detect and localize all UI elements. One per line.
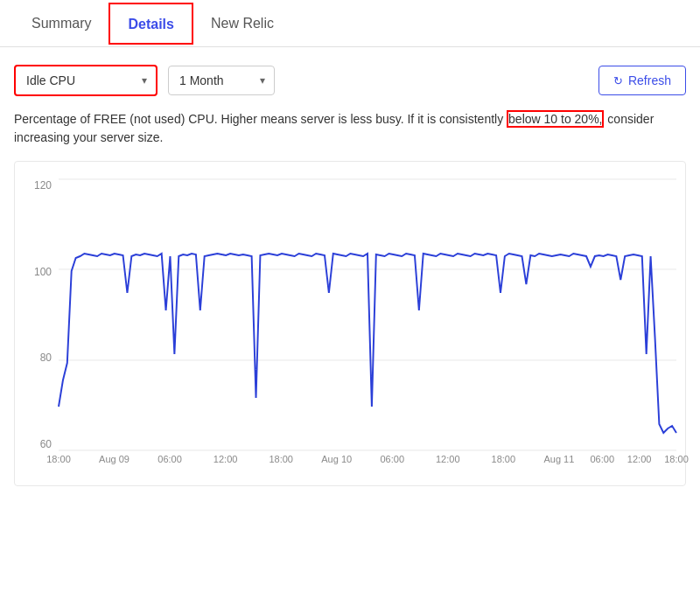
refresh-button[interactable]: ↻ Refresh (598, 66, 686, 95)
description-before: Percentage of FREE (not used) CPU. Highe… (14, 112, 507, 126)
period-select[interactable]: 1 Month 1 Week 1 Day 1 Hour (169, 66, 274, 94)
tab-new-relic[interactable]: New Relic (193, 0, 291, 46)
controls-row: Idle CPU CPU Usage Memory Usage Disk I/O… (0, 47, 700, 107)
page: Summary Details New Relic Idle CPU CPU U… (0, 0, 700, 592)
metric-select[interactable]: Idle CPU CPU Usage Memory Usage Disk I/O (16, 66, 156, 94)
tab-bar: Summary Details New Relic (0, 0, 700, 47)
x-label-1800-1: 18:00 (46, 454, 71, 464)
x-label-1200-2: 12:00 (436, 454, 460, 464)
x-label-1200-3: 12:00 (627, 454, 652, 464)
chart-inner: 120 100 80 60 18:00 (24, 179, 676, 477)
description-text: Percentage of FREE (not used) CPU. Highe… (0, 107, 700, 161)
x-label-1800-3: 18:00 (492, 454, 516, 464)
y-label-60: 60 (40, 438, 52, 450)
refresh-icon: ↻ (613, 74, 623, 87)
y-label-80: 80 (40, 352, 52, 364)
x-axis: 18:00 Aug 09 06:00 12:00 18:00 Aug 10 06… (59, 450, 676, 477)
x-label-1800-2: 18:00 (269, 454, 293, 464)
x-label-aug09: Aug 09 (99, 454, 130, 464)
y-label-120: 120 (34, 179, 52, 192)
x-label-0600-1: 06:00 (158, 454, 182, 464)
chart-container: 120 100 80 60 18:00 (14, 161, 686, 486)
period-select-wrapper: 1 Month 1 Week 1 Day 1 Hour ▾ (168, 66, 275, 95)
y-axis: 120 100 80 60 (24, 179, 59, 450)
chart-plot (59, 179, 676, 450)
chart-svg (59, 179, 676, 450)
x-label-1800-4: 18:00 (664, 454, 689, 464)
refresh-label: Refresh (628, 73, 671, 87)
description-highlight: below 10 to 20%, (507, 110, 604, 128)
x-label-0600-3: 06:00 (591, 454, 615, 464)
x-label-0600-2: 06:00 (380, 454, 404, 464)
x-label-aug10: Aug 10 (321, 454, 352, 464)
x-label-1200-1: 12:00 (214, 454, 238, 464)
metric-select-wrapper: Idle CPU CPU Usage Memory Usage Disk I/O… (14, 65, 158, 96)
tab-summary[interactable]: Summary (14, 0, 108, 46)
y-label-100: 100 (34, 266, 52, 278)
x-label-aug11: Aug 11 (543, 454, 574, 464)
tab-details[interactable]: Details (108, 3, 192, 45)
